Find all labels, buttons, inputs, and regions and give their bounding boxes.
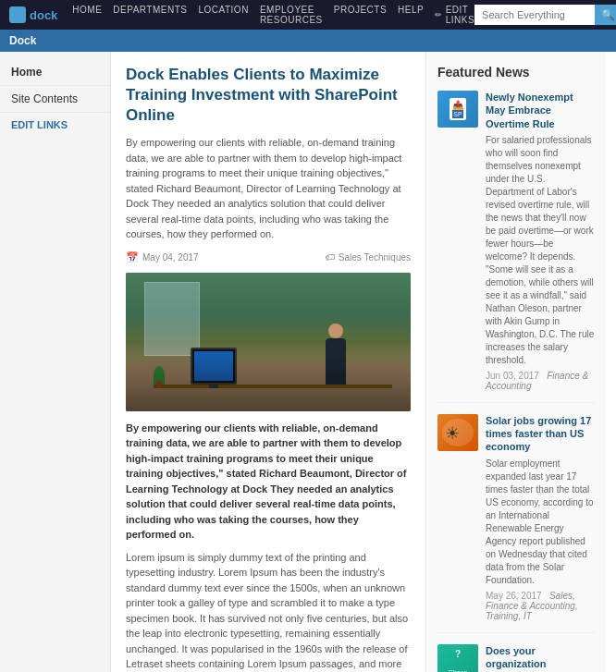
article-main: Dock Enables Clients to Maximize Trainin… <box>111 52 425 672</box>
dock-logo-icon <box>9 6 26 23</box>
news-text-2: Solar employment expanded last year 17 t… <box>486 458 595 587</box>
sidebar-item-home[interactable]: Home <box>0 59 110 86</box>
search-bar: 🔍 <box>474 5 616 25</box>
main-nav: HOME DEPARTMENTS LOCATION EMPLOYEE RESOU… <box>72 5 474 25</box>
news-content-2: Solar jobs growing 17 times faster than … <box>486 414 595 621</box>
page-layout: Home Site Contents EDIT LINKS Dock Enabl… <box>0 52 616 672</box>
logo-text: dock <box>30 8 57 22</box>
featured-news-panel: Featured News 📤 SP Newly Nonexempt May E… <box>425 52 606 672</box>
nav-home[interactable]: HOME <box>72 5 102 25</box>
nav-departments[interactable]: DEPARTMENTS <box>113 5 187 25</box>
news-content-3: Does your organization encourage employe… <box>486 644 595 672</box>
top-navigation: dock HOME DEPARTMENTS LOCATION EMPLOYEE … <box>0 0 616 30</box>
nav-edit-links[interactable]: ✏ EDIT LINKS <box>435 5 474 25</box>
breadcrumb: Dock <box>0 30 616 52</box>
news-thumb-2: ☀ <box>437 414 478 451</box>
article-tag-text: Sales Techniques <box>339 252 411 263</box>
news-headline-1[interactable]: Newly Nonexempt May Embrace Overtime Rul… <box>486 91 595 130</box>
nav-location[interactable]: LOCATION <box>198 5 248 25</box>
news-item-2: ☀ Solar jobs growing 17 times faster tha… <box>437 414 595 633</box>
featured-news-title: Featured News <box>437 65 595 79</box>
article-body-bold: By empowering our clients with reliable,… <box>126 421 411 543</box>
nav-employee-resources[interactable]: EMPLOYEE RESOURCES <box>260 5 323 25</box>
news-content-1: Newly Nonexempt May Embrace Overtime Rul… <box>486 91 595 391</box>
search-button[interactable]: 🔍 <box>595 5 616 25</box>
news-headline-2[interactable]: Solar jobs growing 17 times faster than … <box>486 414 595 454</box>
article-tag: 🏷 Sales Techniques <box>325 251 411 263</box>
search-input[interactable] <box>474 5 595 25</box>
news-headline-3[interactable]: Does your organization encourage employe… <box>486 644 595 672</box>
sidebar-item-site-contents[interactable]: Site Contents <box>0 86 110 113</box>
news-date-1: Jun 03, 2017 Finance & Accounting <box>486 371 595 391</box>
article-title: Dock Enables Clients to Maximize Trainin… <box>126 65 411 126</box>
news-thumb-1-icon: 📤 SP <box>450 98 466 120</box>
nav-projects[interactable]: PROJECTS <box>334 5 387 25</box>
sidebar: Home Site Contents EDIT LINKS <box>0 52 111 672</box>
news-thumb-1: 📤 SP <box>437 91 478 128</box>
article-body: Lorem ipsum is simply dummy text of the … <box>126 550 411 672</box>
news-thumb-3: ? Share <box>437 644 478 672</box>
calendar-icon: 📅 <box>126 251 139 263</box>
news-item-3: ? Share Does your organization encourage… <box>437 644 595 672</box>
nav-help[interactable]: HELP <box>398 5 424 25</box>
office-scene-illustration <box>126 273 411 411</box>
tag-icon: 🏷 <box>325 251 335 263</box>
sidebar-edit-links[interactable]: EDIT LINKS <box>0 113 110 137</box>
news-date-2: May 26, 2017 Sales, Finance & Accounting… <box>486 591 595 621</box>
logo[interactable]: dock <box>9 6 57 23</box>
breadcrumb-label: Dock <box>9 34 36 47</box>
article-image <box>126 273 411 411</box>
article-intro: By empowering our clients with reliable,… <box>126 135 411 242</box>
article-meta: 📅 May 04, 2017 🏷 Sales Techniques <box>126 251 411 263</box>
article-date-text: May 04, 2017 <box>142 252 199 263</box>
news-item-1: 📤 SP Newly Nonexempt May Embrace Overtim… <box>437 91 595 403</box>
image-overlay <box>126 356 411 411</box>
article-date: 📅 May 04, 2017 <box>126 251 199 263</box>
news-text-1: For salaried professionals who will soon… <box>486 134 595 367</box>
